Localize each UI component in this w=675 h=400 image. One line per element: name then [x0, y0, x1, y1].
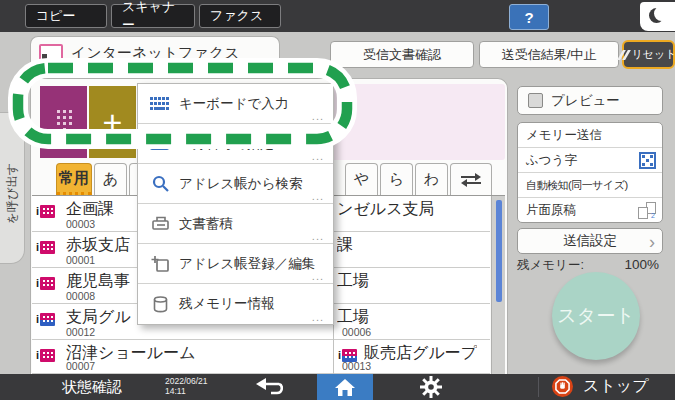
help-button[interactable]: ?: [509, 4, 549, 30]
recall-tab-label: を呼び出す: [4, 148, 21, 240]
menu-item-registration-number[interactable]: 123 登録番号で指定 ...: [138, 124, 333, 164]
tab-scanner[interactable]: スキャナー: [111, 4, 195, 28]
swap-order-icon: [459, 172, 483, 188]
address-number: 00006: [342, 326, 371, 338]
reset-slashes-icon: [620, 50, 628, 60]
status-check-button[interactable]: 状態確認: [62, 378, 122, 397]
setting-auto-detect-size[interactable]: 自動検知(同一サイズ): [518, 173, 662, 198]
settings-button[interactable]: [418, 376, 444, 398]
preview-label: プレビュー: [551, 92, 620, 110]
setting-one-sided-original[interactable]: 片面原稿 2: [518, 198, 662, 223]
address-row[interactable]: 工場: [334, 268, 490, 304]
kana-tab-wa-label: わ: [424, 170, 439, 189]
energy-saver-button[interactable]: [640, 2, 675, 31]
address-row[interactable]: ンゼルス支局: [334, 196, 490, 232]
menu-item-edit-address-book[interactable]: アドレス帳登録／編集 ...: [138, 244, 333, 284]
address-row[interactable]: 工場 00006: [334, 304, 490, 340]
address-name: 工場: [337, 271, 369, 292]
setting-label: 片面原稿: [526, 202, 576, 219]
back-arrow-icon: [255, 378, 283, 396]
tab-fax[interactable]: ファクス: [199, 4, 281, 28]
tx-rx-result-label: 送受信結果/中止: [502, 46, 597, 64]
fax-destination-icon: i: [36, 347, 62, 363]
tab-fax-label: ファクス: [210, 7, 263, 25]
gear-icon: [420, 376, 442, 398]
menu-item-store-document[interactable]: 文書蓄積 ...: [138, 204, 333, 244]
address-row[interactable]: i 販売店グループ 00013: [334, 340, 490, 374]
address-row[interactable]: 課: [334, 232, 490, 268]
speed-dial-tile[interactable]: [40, 86, 87, 158]
date-label: 2022/06/21: [165, 376, 208, 386]
tx-rx-result-cancel-button[interactable]: 送受信結果/中止: [479, 41, 619, 68]
kana-tab-a[interactable]: あ: [94, 163, 127, 195]
remaining-memory-label: 残メモリー:: [517, 257, 584, 274]
tab-scanner-label: スキャナー: [122, 0, 184, 34]
kana-tab-favorites[interactable]: 常用: [56, 163, 92, 195]
address-name: 支局グル: [66, 307, 131, 328]
date-time: 2022/06/21 14:11: [165, 376, 208, 396]
chevron-right-icon: ›: [649, 230, 655, 254]
more-ellipsis: ...: [312, 150, 324, 162]
address-row[interactable]: i 沼津ショールーム 00007: [32, 340, 333, 374]
scrollbar-thumb[interactable]: [496, 200, 502, 302]
tab-internet-fax[interactable]: インターネットファクス: [30, 36, 280, 78]
kana-tab-ra[interactable]: ら: [380, 163, 413, 195]
reset-button[interactable]: リセット: [622, 40, 675, 69]
setting-label: ふつう字: [526, 152, 577, 169]
kana-tab-favorites-label: 常用: [59, 169, 89, 188]
address-name: ンゼルス支局: [337, 199, 435, 220]
fax-destination-icon: i: [36, 239, 62, 255]
menu-item-label: アドレス帳から検索: [179, 175, 302, 193]
address-number: 00012: [66, 326, 95, 338]
more-ellipsis: ...: [312, 311, 324, 323]
stop-icon: [552, 376, 573, 397]
preview-checkbox[interactable]: [528, 93, 543, 108]
address-name: 課: [337, 235, 353, 256]
fax-destination-icon: i: [36, 203, 62, 219]
top-app-bar: コピー スキャナー ファクス ?: [0, 0, 675, 32]
tab-copy[interactable]: コピー: [25, 4, 107, 28]
system-bottom-bar: 状態確認 2022/06/21 14:11: [0, 374, 675, 400]
address-name: 鹿児島事: [66, 271, 130, 292]
destination-entry-menu: キーボードで入力 ... 123 登録番号で指定 ... アドレス帳から検索 .…: [137, 83, 334, 325]
check-received-docs-button[interactable]: 受信文書確認: [330, 41, 474, 68]
setting-memory-transmission[interactable]: メモリー送信: [518, 123, 662, 148]
search-icon: [150, 176, 170, 192]
address-name: 販売店グループ: [364, 343, 477, 364]
kana-tab-ya[interactable]: や: [345, 163, 378, 195]
menu-item-label: アドレス帳登録／編集: [179, 255, 315, 273]
recall-settings-tab[interactable]: を呼び出す: [0, 112, 25, 264]
stop-button[interactable]: ストップ: [552, 376, 649, 397]
address-name: 工場: [337, 307, 369, 328]
one-sided-original-icon: 2: [638, 202, 656, 219]
menu-item-search-address-book[interactable]: アドレス帳から検索 ...: [138, 164, 333, 204]
menu-item-label: 残メモリー情報: [179, 295, 274, 313]
sort-switch-tab[interactable]: [450, 163, 492, 195]
menu-item-label: 登録番号で指定: [179, 135, 274, 153]
address-number: 00013: [342, 360, 371, 372]
document-store-icon: [150, 216, 170, 232]
more-ellipsis: ...: [312, 190, 324, 202]
check-received-label: 受信文書確認: [363, 46, 441, 64]
kana-tab-ra-label: ら: [389, 170, 404, 189]
home-button[interactable]: [317, 374, 373, 400]
add-destination-tile[interactable]: +: [89, 86, 136, 158]
scan-settings-box: メモリー送信 ふつう字 自動検知(同一サイズ) 片面原稿 2: [517, 122, 663, 223]
menu-item-label: キーボードで入力: [179, 95, 288, 113]
back-button[interactable]: [253, 376, 285, 398]
send-settings-button[interactable]: 送信設定 ›: [517, 228, 663, 254]
menu-item-keyboard-entry[interactable]: キーボードで入力 ...: [138, 84, 333, 124]
bottom-bar-divider: [538, 377, 539, 397]
preview-toggle-button[interactable]: プレビュー: [517, 86, 663, 115]
help-label: ?: [524, 9, 533, 26]
tab-copy-label: コピー: [36, 7, 76, 25]
reset-label: リセット: [631, 47, 675, 62]
fax-machine-icon: [39, 44, 63, 62]
setting-resolution[interactable]: ふつう字: [518, 148, 662, 173]
start-button[interactable]: スタート: [552, 272, 640, 360]
menu-item-label: 文書蓄積: [179, 215, 233, 233]
kana-tab-wa[interactable]: わ: [415, 163, 448, 195]
address-book-edit-icon: [150, 256, 170, 272]
menu-item-memory-info[interactable]: 残メモリー情報 ...: [138, 284, 333, 324]
address-number: 00007: [66, 360, 95, 372]
